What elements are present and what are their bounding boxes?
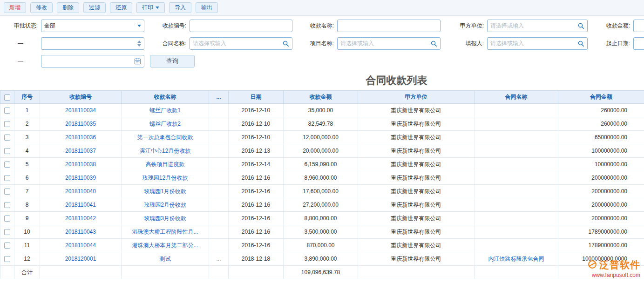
receipt-name-link[interactable]: 玫瑰园1月份收款 [144,188,186,195]
row-checkbox[interactable] [4,189,10,195]
cell-date: 2016-12-16 [229,185,284,198]
cell-amount: 35,000.00 [284,104,358,117]
cell-amount: 8,800,000.00 [284,212,358,225]
row-checkbox[interactable] [4,135,10,141]
search-icon[interactable] [577,40,584,47]
filter-row-2: — 合同名称: 项目名称: 填报人: [0,34,644,52]
contract-name-link[interactable]: 内江铁路标段承包合同 [488,256,544,262]
receipt-no-link[interactable]: 2018110038 [65,161,96,168]
query-button[interactable]: 查询 [150,55,195,67]
date-input[interactable] [44,55,132,67]
date-range-input[interactable] [637,38,644,49]
row-checkbox[interactable] [4,256,10,262]
spinner-down-icon[interactable] [137,44,141,47]
row-checkbox[interactable] [4,202,10,208]
table-row: 112018110044港珠澳大桥本月第二部分...2016-12-16870,… [0,239,644,252]
export-button[interactable]: 输出 [196,2,218,13]
receipt-name-link[interactable]: 玫瑰园3月份收款 [144,215,186,222]
row-checkbox[interactable] [4,148,10,154]
select-all-checkbox[interactable] [4,94,10,101]
date-dash: — [0,58,41,64]
search-icon[interactable] [430,40,437,47]
receipt-name-link[interactable]: 滨江中心12月份收款 [140,148,190,154]
cell-contract-amount: 200000000.00 [558,185,644,198]
spinner-up-icon[interactable] [137,40,141,43]
cell-seq: 3 [14,131,40,144]
search-icon[interactable] [282,40,289,47]
edit-button[interactable]: 修改 [30,2,53,13]
receipt-no-link[interactable]: 2018110041 [65,202,96,208]
search-icon[interactable] [577,22,584,29]
table-row: 82018110041玫瑰园2月份收款2016-12-1627,200,000.… [0,198,644,212]
cell-receipt-no: 2018110035 [40,117,122,131]
receipt-no-link[interactable]: 2018110044 [65,242,96,249]
receipt-no-link[interactable]: 2018120001 [65,256,96,262]
cell-receipt-no: 2018110040 [40,185,122,198]
row-checkbox[interactable] [4,175,10,181]
receipt-name-link[interactable]: 高铁项目进度款 [146,161,185,168]
receipt-no-input[interactable] [193,20,289,32]
chevron-down-icon [156,7,159,9]
row-checkbox[interactable] [4,243,10,249]
spinner-stepper[interactable] [137,40,141,47]
col-party: 甲方单位 [358,91,475,104]
cell-date: 2016-12-10 [229,117,284,131]
print-button[interactable]: 打印 [136,2,165,13]
approval-status-select[interactable]: 全部 [41,20,144,32]
filter-button[interactable]: 过滤 [83,2,106,13]
receipt-name-link[interactable]: 玫瑰园12月份收款 [142,175,188,181]
add-button[interactable]: 新增 [4,2,26,13]
receipt-name-link[interactable]: 港珠澳大桥工程阶段性月... [132,229,198,235]
cell-receipt-name: 玫瑰园12月份收款 [122,171,209,185]
receipt-name-input[interactable] [340,20,437,32]
row-checkbox[interactable] [4,108,10,114]
cell-contract [475,104,558,117]
cell-dots [209,212,229,225]
receipt-no-link[interactable]: 2018110036 [65,134,96,141]
restore-button[interactable]: 还原 [110,2,132,13]
cell-seq: 12 [14,252,40,266]
receipt-name-link[interactable]: 螺丝厂收款2 [149,121,181,127]
cell-dots [209,158,229,171]
receipt-name-link[interactable]: 玫瑰园2月份收款 [144,202,186,208]
receipt-no-link[interactable]: 2018110042 [65,215,96,222]
table-row: 62018110039玫瑰园12月份收款2016-12-168,960,000.… [0,171,644,185]
receipt-no-link[interactable]: 2018110034 [65,107,96,114]
row-checkbox[interactable] [4,162,10,168]
col-dots: ... [209,91,229,104]
delete-button[interactable]: 删除 [57,2,79,13]
calendar-icon[interactable] [134,58,141,65]
cell-receipt-no: 2018110043 [40,225,122,239]
import-button[interactable]: 导入 [169,2,191,13]
filler-input[interactable] [490,38,576,49]
receipt-amount-input[interactable] [637,20,644,32]
contract-name-input[interactable] [193,38,280,49]
project-name-input[interactable] [340,38,428,49]
receipt-no-link[interactable]: 2018110043 [65,229,96,235]
receipt-name-link[interactable]: 螺丝厂收款1 [149,107,181,114]
cell-contract [475,158,558,171]
table-body: 12018110034螺丝厂收款12016-12-1035,000.00重庆新世… [0,104,644,266]
receipt-no-link[interactable]: 2018110040 [65,188,96,195]
receipt-no-link[interactable]: 2018110039 [65,175,96,181]
cell-contract [475,239,558,252]
cell-seq: 9 [14,212,40,225]
receipt-name-label: 收款名称: [292,22,337,30]
row-checkbox[interactable] [4,121,10,127]
row-checkbox[interactable] [4,216,10,222]
cell-dots [209,171,229,185]
party-a-input[interactable] [490,20,576,32]
range-input[interactable] [44,38,136,49]
receipt-no-link[interactable]: 2018110035 [65,121,96,127]
receipt-name-link[interactable]: 港珠澳大桥本月第二部分... [132,242,198,249]
receipt-name-link[interactable]: 测试 [160,256,171,262]
cell-receipt-name: 玫瑰园3月份收款 [122,212,209,225]
receipt-no-label: 收款编号: [144,22,190,30]
receipt-name-link[interactable]: 第一次总承包合同收款 [137,134,193,141]
receipt-no-link[interactable]: 2018110037 [65,148,96,154]
col-contract-amount: 合同金额 [558,91,644,104]
row-checkbox[interactable] [4,229,10,235]
col-date: 日期 [229,91,284,104]
cell-seq: 6 [14,171,40,185]
cell-contract [475,131,558,144]
